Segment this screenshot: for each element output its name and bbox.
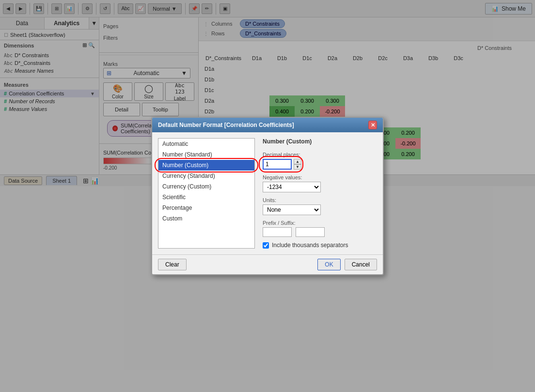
- units-label: Units:: [263, 197, 377, 203]
- format-right: Number (Custom) Decimal places: ▲ ▼: [263, 138, 377, 249]
- decimal-input[interactable]: [263, 159, 292, 170]
- thousands-label: Include thousands separators: [272, 242, 348, 249]
- dialog-body: Automatic Number (Standard) Number (Cust…: [152, 132, 383, 254]
- format-number-standard[interactable]: Number (Standard): [158, 149, 254, 160]
- units-section: Units: None Thousands (K) Millions (M): [263, 197, 377, 215]
- format-number-custom[interactable]: Number (Custom): [158, 160, 254, 171]
- decimal-row: ▲ ▼: [263, 159, 377, 170]
- format-percentage[interactable]: Percentage: [158, 203, 254, 213]
- dialog-footer: Clear OK Cancel: [152, 254, 383, 274]
- ok-button[interactable]: OK: [317, 259, 340, 270]
- format-currency-standard[interactable]: Currency (Standard): [158, 171, 254, 181]
- prefix-suffix-label: Prefix / Suffix:: [263, 220, 377, 226]
- dialog-close-button[interactable]: ✕: [368, 121, 377, 129]
- format-scientific[interactable]: Scientific: [158, 192, 254, 203]
- decimal-spin-down[interactable]: ▼: [294, 164, 301, 170]
- format-automatic[interactable]: Automatic: [158, 139, 254, 149]
- dialog-title-bar: Default Number Format [Correlation Coeff…: [152, 118, 383, 132]
- negative-section: Negative values: -1234 (1234): [263, 174, 377, 192]
- suffix-input[interactable]: [296, 227, 325, 237]
- prefix-suffix-section: Prefix / Suffix:: [263, 220, 377, 237]
- thousands-checkbox[interactable]: [263, 242, 269, 249]
- format-list: Automatic Number (Standard) Number (Cust…: [158, 138, 255, 249]
- negative-select[interactable]: -1234 (1234): [263, 182, 321, 192]
- format-currency-custom[interactable]: Currency (Custom): [158, 181, 254, 192]
- prefix-suffix-row: [263, 227, 377, 237]
- thousands-row: Include thousands separators: [263, 242, 377, 249]
- cancel-button[interactable]: Cancel: [345, 259, 377, 270]
- format-right-title: Number (Custom): [263, 138, 377, 145]
- units-select[interactable]: None Thousands (K) Millions (M): [263, 204, 321, 215]
- prefix-input[interactable]: [263, 227, 292, 237]
- decimal-spin-up[interactable]: ▲: [294, 159, 301, 164]
- decimal-section: Decimal places: ▲ ▼: [263, 152, 377, 170]
- decimal-label: Decimal places:: [263, 152, 377, 157]
- format-dialog: Default Number Format [Correlation Coeff…: [151, 117, 384, 275]
- clear-button[interactable]: Clear: [158, 259, 187, 270]
- dialog-overlay: Default Number Format [Correlation Coeff…: [0, 0, 535, 392]
- format-custom[interactable]: Custom: [158, 213, 254, 224]
- dialog-title-text: Default Number Format [Correlation Coeff…: [158, 122, 294, 128]
- negative-label: Negative values:: [263, 174, 377, 180]
- footer-right-buttons: OK Cancel: [317, 259, 377, 270]
